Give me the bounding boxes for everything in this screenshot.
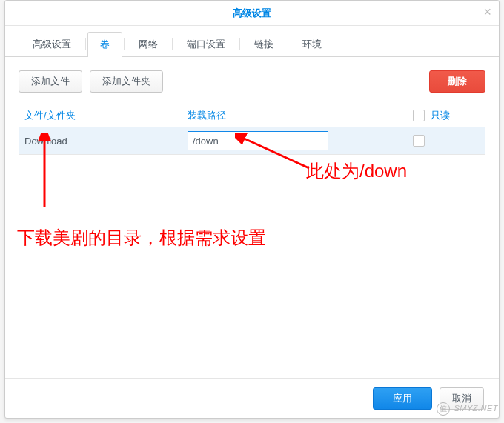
- divider: [239, 38, 240, 50]
- tab-volume[interactable]: 卷: [87, 32, 122, 56]
- tab-content: 添加文件 添加文件夹 删除 文件/文件夹 装载路径 只读 Download: [5, 57, 499, 378]
- tab-links[interactable]: 链接: [242, 32, 286, 56]
- divider: [19, 154, 485, 155]
- col-readonly[interactable]: 只读: [413, 109, 480, 122]
- toolbar: 添加文件 添加文件夹 删除: [19, 70, 485, 93]
- table-header: 文件/文件夹 装载路径 只读: [19, 104, 485, 127]
- close-icon[interactable]: ×: [483, 5, 491, 19]
- watermark-text: SMYZ.NET: [454, 404, 498, 413]
- tab-advanced[interactable]: 高级设置: [20, 32, 84, 56]
- apply-button[interactable]: 应用: [373, 387, 432, 410]
- col-readonly-label: 只读: [431, 109, 450, 122]
- divider: [288, 38, 288, 50]
- annotation-note-1: 此处为/down: [306, 159, 407, 183]
- table-row[interactable]: Download: [19, 127, 485, 154]
- annotation-note-2: 下载美剧的目录，根据需求设置: [17, 226, 266, 250]
- add-file-button[interactable]: 添加文件: [19, 70, 82, 93]
- modal-advanced-settings: 高级设置 × 高级设置 卷 网络 端口设置 链接 环境 添加文件 添加文件夹 删…: [4, 0, 500, 419]
- modal-footer: 应用 取消: [5, 378, 499, 418]
- tab-environment[interactable]: 环境: [290, 32, 334, 56]
- watermark-badge-icon: 值: [437, 402, 450, 416]
- divider: [172, 38, 173, 50]
- divider: [85, 38, 86, 50]
- readonly-checkbox[interactable]: [413, 135, 425, 147]
- tab-network[interactable]: 网络: [126, 32, 170, 56]
- col-mount-path[interactable]: 装载路径: [188, 109, 413, 122]
- tab-port-settings[interactable]: 端口设置: [174, 32, 238, 56]
- divider: [124, 38, 125, 50]
- cell-file-folder: Download: [24, 136, 188, 147]
- mount-path-input[interactable]: [188, 131, 328, 150]
- titlebar: 高级设置 ×: [5, 1, 499, 26]
- modal-title: 高级设置: [233, 7, 271, 20]
- watermark: 值 SMYZ.NET: [437, 402, 498, 416]
- add-folder-button[interactable]: 添加文件夹: [90, 70, 163, 93]
- tab-strip: 高级设置 卷 网络 端口设置 链接 环境: [5, 26, 499, 57]
- col-file-folder[interactable]: 文件/文件夹: [24, 109, 188, 122]
- readonly-header-checkbox[interactable]: [413, 110, 425, 121]
- delete-button[interactable]: 删除: [429, 70, 485, 93]
